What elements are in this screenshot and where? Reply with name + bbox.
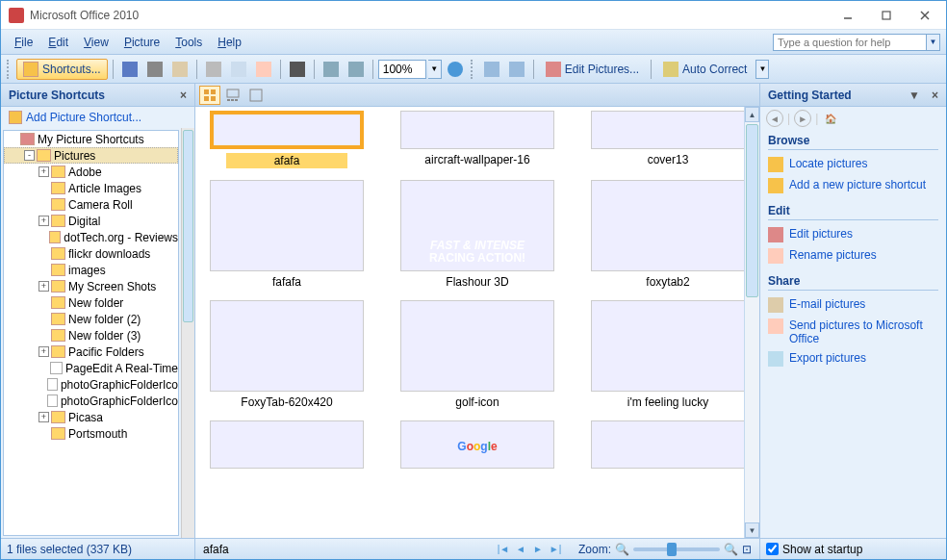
thumbnail[interactable]: aircraft-wallpaper-16 [394,111,561,168]
single-view-button[interactable] [245,86,267,105]
cut-button[interactable] [202,59,225,80]
tree-item[interactable]: +Adobe [4,164,178,180]
tree-item[interactable]: photoGraphicFolderIco [4,376,178,393]
copy-button[interactable] [227,59,250,80]
thumbnail-view-button[interactable] [199,86,220,105]
paste-button[interactable] [252,59,275,80]
gallery-scrollbar[interactable]: ▲ ▼ [744,107,759,538]
menu-edit[interactable]: Edit [40,33,76,52]
tree-item[interactable]: New folder (3) [4,327,178,344]
first-button[interactable]: |◄ [496,542,511,557]
nav-forward-button[interactable]: ► [794,110,811,127]
show-startup-checkbox[interactable] [766,543,779,555]
task-link[interactable]: Edit pictures [768,224,938,245]
tree-item[interactable]: +My Screen Shots [4,278,178,294]
add-shortcut-link[interactable]: Add Picture Shortcut... [1,107,194,128]
minimize-button[interactable] [829,2,867,29]
rotate-left-icon [484,62,499,77]
zoom-fit-icon[interactable]: ⊡ [742,543,752,556]
section-head: Share [768,274,938,291]
last-button[interactable]: ►| [548,542,563,557]
scroll-up-button[interactable]: ▲ [745,107,759,122]
thumbnail[interactable]: FoxyTab-620x420 [203,300,371,409]
nav-back-button[interactable]: ◄ [766,110,783,127]
thumbnail[interactable]: foxytab2 [584,180,752,289]
tree-item[interactable]: +Digital [4,213,178,229]
edit-pictures-button[interactable]: Edit Pictures... [539,59,646,80]
task-pane-nav: ◄ | ► | 🏠 [760,107,946,130]
right-pane-close[interactable]: × [928,89,942,102]
menu-view[interactable]: View [76,33,116,52]
print-button[interactable] [143,59,166,80]
link-icon [768,318,783,334]
tree-item[interactable]: +Pacific Folders [4,344,178,360]
tree-item[interactable]: Article Images [4,180,178,196]
menu-tools[interactable]: Tools [167,33,210,52]
help-search-input[interactable] [773,34,927,51]
toolbar-handle-2[interactable] [471,60,474,79]
menu-picture[interactable]: Picture [116,33,167,52]
help-search-dropdown[interactable]: ▼ [927,34,940,51]
tree-item[interactable]: dotTech.org - Reviews [4,229,178,245]
rotate-left-button[interactable] [480,59,503,80]
save-button[interactable] [118,59,141,80]
nav-home-button[interactable]: 🏠 [822,110,839,127]
auto-correct-button[interactable]: Auto Correct [656,59,754,80]
task-link[interactable]: Export pictures [768,348,938,369]
zoom-in-icon[interactable]: 🔍 [724,543,738,556]
tree-item[interactable]: Portsmouth [4,425,178,442]
thumbnail[interactable] [584,420,752,469]
toolbar-handle-1[interactable] [7,60,11,79]
task-link[interactable]: Rename pictures [768,245,938,267]
auto-correct-dropdown[interactable]: ▼ [755,60,769,79]
scroll-down-button[interactable]: ▼ [745,522,759,538]
close-button[interactable] [906,2,944,29]
mail-button[interactable] [168,59,192,80]
filmstrip-view-button[interactable] [222,86,243,105]
rotate-right-button[interactable] [505,59,528,80]
prev-button[interactable]: ◄ [513,542,528,557]
menu-help[interactable]: Help [210,33,249,52]
redo-button[interactable] [345,59,368,80]
task-link[interactable]: E-mail pictures [768,294,938,316]
next-button[interactable]: ► [530,542,546,557]
folder-tree[interactable]: My Picture Shortcuts-Pictures+AdobeArtic… [3,130,179,536]
task-link[interactable]: Add a new picture shortcut [768,175,938,196]
gallery[interactable]: afafaaircraft-wallpaper-16cover13fafafaF… [195,107,759,538]
thumbnail[interactable] [203,420,371,469]
tree-item[interactable]: -Pictures [4,147,178,164]
right-pane-menu[interactable]: ▼ [905,89,924,102]
shortcuts-button[interactable]: Shortcuts... [16,59,108,80]
thumbnail[interactable]: Google [394,420,561,469]
zoom-dropdown[interactable]: ▼ [428,60,442,79]
tree-item[interactable]: New folder (2) [4,311,178,327]
tree-item[interactable]: flickr downloads [4,245,178,262]
thumbnail[interactable]: FAST & INTENSERACING ACTION!Flashour 3D [394,180,561,289]
help-button[interactable] [444,59,467,80]
zoom-slider[interactable] [633,547,720,551]
tree-scrollbar[interactable] [181,128,194,538]
tree-item[interactable]: New folder [4,294,178,311]
tree-item[interactable]: images [4,262,178,278]
tree-item[interactable]: +Picasa [4,409,178,425]
tree-root[interactable]: My Picture Shortcuts [4,131,178,147]
thumbnail[interactable]: cover13 [584,111,752,168]
tree-item[interactable]: photoGraphicFolderIco [4,393,178,409]
left-pane-close[interactable]: × [176,89,191,102]
thumbnail[interactable]: afafa [203,111,371,168]
undo-button[interactable] [320,59,343,80]
task-link[interactable]: Send pictures to Microsoft Office [768,316,938,348]
tree-item[interactable]: Camera Roll [4,196,178,213]
thumbnail[interactable]: fafafa [203,180,371,289]
statusbar: 1 files selected (337 KB) afafa |◄ ◄ ► ►… [1,538,946,559]
zoom-input[interactable]: 100% [378,60,426,79]
delete-button[interactable] [286,59,309,80]
thumbnail[interactable]: golf-icon [394,300,561,409]
maximize-button[interactable] [867,2,906,29]
task-link[interactable]: Locate pictures [768,154,938,175]
thumbnail[interactable]: i'm feeling lucky [584,300,752,409]
tree-item[interactable]: PageEdit A Real-Time [4,360,178,376]
zoom-out-icon[interactable]: 🔍 [615,543,629,556]
delete-icon [290,62,305,77]
menu-file[interactable]: File [7,33,40,52]
